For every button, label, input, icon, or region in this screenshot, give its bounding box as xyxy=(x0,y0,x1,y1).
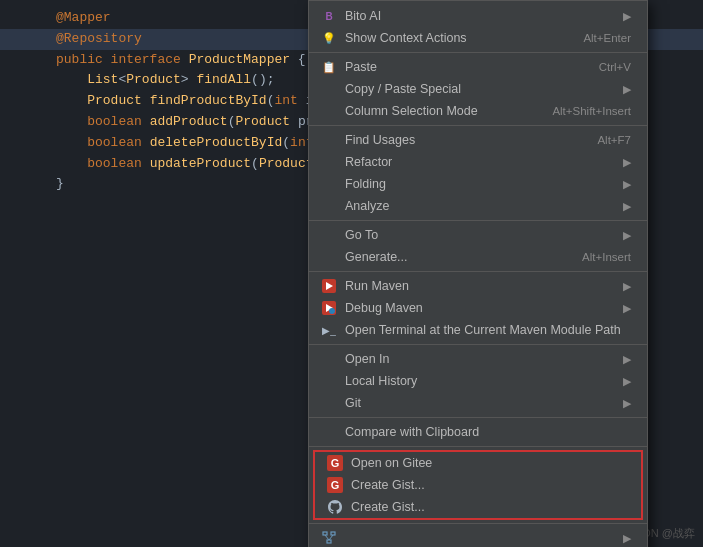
sep-1 xyxy=(309,52,647,53)
svg-line-8 xyxy=(325,535,329,540)
column-icon xyxy=(321,103,337,119)
menu-item-context-actions[interactable]: 💡 Show Context Actions Alt+Enter xyxy=(309,27,647,49)
create-gist-gitee-label: Create Gist... xyxy=(351,478,425,492)
folding-label: Folding xyxy=(345,177,386,191)
sep-4 xyxy=(309,271,647,272)
bito-icon: B xyxy=(321,8,337,24)
column-shortcut: Alt+Shift+Insert xyxy=(552,105,631,117)
menu-item-analyze[interactable]: Analyze ▶ xyxy=(309,195,647,217)
gitee-icon-open: G xyxy=(327,455,343,471)
history-icon xyxy=(321,373,337,389)
generate-icon xyxy=(321,249,337,265)
local-history-label: Local History xyxy=(345,374,417,388)
create-gist-github-label: Create Gist... xyxy=(351,500,425,514)
menu-item-local-history[interactable]: Local History ▶ xyxy=(309,370,647,392)
debug-maven-label: Debug Maven xyxy=(345,301,423,315)
find-shortcut: Alt+F7 xyxy=(597,134,631,146)
menu-item-open-gitee[interactable]: G Open on Gitee xyxy=(315,452,641,474)
analyze-icon xyxy=(321,198,337,214)
svg-point-4 xyxy=(329,308,335,314)
debug-maven-icon xyxy=(321,300,337,316)
svg-line-9 xyxy=(329,535,333,540)
menu-item-folding[interactable]: Folding ▶ xyxy=(309,173,647,195)
arrow-icon: ▶ xyxy=(623,10,631,23)
run-maven-label: Run Maven xyxy=(345,279,409,293)
sep-5 xyxy=(309,344,647,345)
bulb-icon: 💡 xyxy=(321,30,337,46)
paste-shortcut: Ctrl+V xyxy=(599,61,631,73)
sep-3 xyxy=(309,220,647,221)
arrow-run-maven: ▶ xyxy=(623,280,631,293)
menu-item-refactor[interactable]: Refactor ▶ xyxy=(309,151,647,173)
arrow-debug-maven: ▶ xyxy=(623,302,631,315)
menu-item-generate[interactable]: Generate... Alt+Insert xyxy=(309,246,647,268)
bito-ai-label: Bito AI xyxy=(345,9,381,23)
compare-icon xyxy=(321,424,337,440)
run-maven-icon xyxy=(321,278,337,294)
find-icon xyxy=(321,132,337,148)
paste-label: Paste xyxy=(345,60,377,74)
refactor-icon xyxy=(321,154,337,170)
gitee-icon-gist: G xyxy=(327,477,343,493)
compare-label: Compare with Clipboard xyxy=(345,425,479,439)
context-actions-label: Show Context Actions xyxy=(345,31,467,45)
find-usages-label: Find Usages xyxy=(345,133,415,147)
terminal-icon: ▶_ xyxy=(321,322,337,338)
menu-item-run-maven[interactable]: Run Maven ▶ xyxy=(309,275,647,297)
menu-item-create-gist-gitee[interactable]: G Create Gist... xyxy=(315,474,641,496)
menu-item-open-in[interactable]: Open In ▶ xyxy=(309,348,647,370)
arrow-analyze: ▶ xyxy=(623,200,631,213)
arrow-diagrams: ▶ xyxy=(623,532,631,545)
svg-rect-5 xyxy=(323,532,327,535)
svg-rect-7 xyxy=(327,540,331,543)
menu-item-open-terminal[interactable]: ▶_ Open Terminal at the Current Maven Mo… xyxy=(309,319,647,341)
arrow-open-in: ▶ xyxy=(623,353,631,366)
git-icon xyxy=(321,395,337,411)
menu-item-paste[interactable]: 📋 Paste Ctrl+V xyxy=(309,56,647,78)
copy-paste-icon xyxy=(321,81,337,97)
sep-6 xyxy=(309,417,647,418)
arrow-git: ▶ xyxy=(623,397,631,410)
copy-paste-label: Copy / Paste Special xyxy=(345,82,461,96)
paste-icon: 📋 xyxy=(321,59,337,75)
refactor-label: Refactor xyxy=(345,155,392,169)
goto-icon xyxy=(321,227,337,243)
analyze-label: Analyze xyxy=(345,199,389,213)
github-icon-gist xyxy=(327,499,343,515)
menu-item-debug-maven[interactable]: Debug Maven ▶ xyxy=(309,297,647,319)
context-menu: B Bito AI ▶ 💡 Show Context Actions Alt+E… xyxy=(308,0,648,547)
arrow-local-history: ▶ xyxy=(623,375,631,388)
open-gitee-label: Open on Gitee xyxy=(351,456,432,470)
menu-item-create-gist-github[interactable]: Create Gist... xyxy=(315,496,641,518)
sep-2 xyxy=(309,125,647,126)
generate-label: Generate... xyxy=(345,250,408,264)
arrow-icon-copy: ▶ xyxy=(623,83,631,96)
arrow-folding: ▶ xyxy=(623,178,631,191)
diagrams-icon xyxy=(321,530,337,546)
menu-item-diagrams[interactable]: ▶ xyxy=(309,527,647,547)
generate-shortcut: Alt+Insert xyxy=(582,251,631,263)
menu-item-find-usages[interactable]: Find Usages Alt+F7 xyxy=(309,129,647,151)
svg-rect-6 xyxy=(331,532,335,535)
sep-7 xyxy=(309,446,647,447)
sep-8 xyxy=(309,523,647,524)
menu-item-git[interactable]: Git ▶ xyxy=(309,392,647,414)
git-label: Git xyxy=(345,396,361,410)
column-selection-label: Column Selection Mode xyxy=(345,104,478,118)
menu-item-goto[interactable]: Go To ▶ xyxy=(309,224,647,246)
open-in-icon xyxy=(321,351,337,367)
goto-label: Go To xyxy=(345,228,378,242)
open-terminal-label: Open Terminal at the Current Maven Modul… xyxy=(345,323,621,337)
open-in-label: Open In xyxy=(345,352,389,366)
menu-item-column-selection[interactable]: Column Selection Mode Alt+Shift+Insert xyxy=(309,100,647,122)
menu-item-compare-clipboard[interactable]: Compare with Clipboard xyxy=(309,421,647,443)
folding-icon xyxy=(321,176,337,192)
arrow-refactor: ▶ xyxy=(623,156,631,169)
context-actions-shortcut: Alt+Enter xyxy=(583,32,631,44)
menu-item-copy-paste-special[interactable]: Copy / Paste Special ▶ xyxy=(309,78,647,100)
arrow-goto: ▶ xyxy=(623,229,631,242)
menu-item-bito-ai[interactable]: B Bito AI ▶ xyxy=(309,5,647,27)
